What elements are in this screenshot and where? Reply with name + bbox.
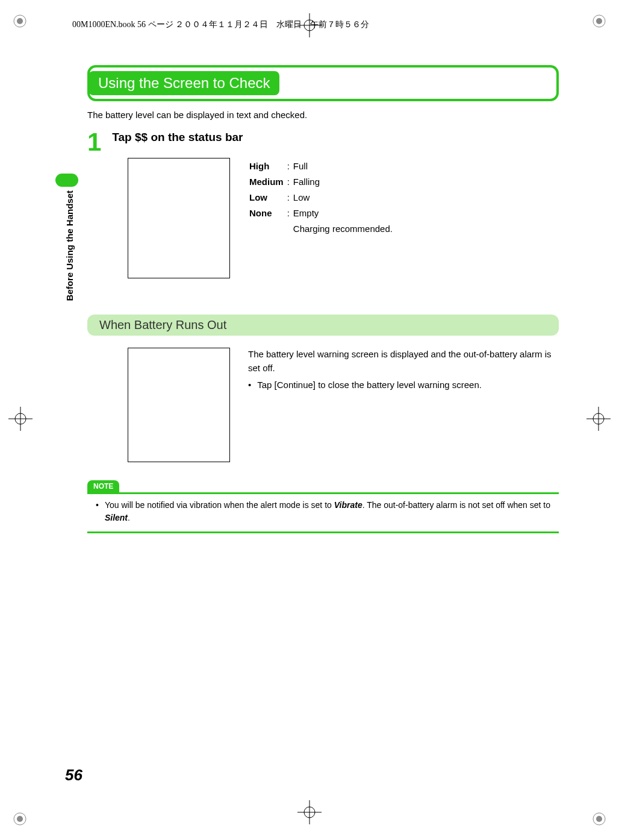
screenshot-legend-row: High:Full Medium:Falling Low:Low None:Em… xyxy=(128,158,559,278)
table-row: Charging recommended. xyxy=(249,222,395,236)
screenshot-paragraph-row: The battery level warning screen is disp… xyxy=(128,348,559,462)
section-tab-marker xyxy=(55,174,78,187)
print-header: 00M1000EN.book 56 ページ ２００４年１１月２４日 水曜日 午前… xyxy=(72,19,369,30)
registration-mark-icon xyxy=(586,407,611,433)
svg-point-1 xyxy=(17,18,23,24)
crop-mark-icon xyxy=(11,12,29,30)
svg-point-5 xyxy=(17,816,23,822)
page-number: 56 xyxy=(65,766,82,785)
registration-mark-icon xyxy=(8,407,33,433)
registration-mark-icon xyxy=(297,800,322,827)
table-row: High:Full xyxy=(249,159,395,174)
step-row: 1 Tap $$ on the status bar xyxy=(87,131,559,149)
section-side-label: Before Using the Handset xyxy=(64,190,75,301)
step-title: Tap $$ on the status bar xyxy=(112,131,243,144)
note-body: • You will be notified via vibration whe… xyxy=(87,492,559,533)
table-row: None:Empty xyxy=(249,206,395,221)
battery-legend-table: High:Full Medium:Falling Low:Low None:Em… xyxy=(248,158,396,237)
screenshot-placeholder xyxy=(128,158,230,278)
crop-mark-icon xyxy=(11,810,29,828)
table-row: Medium:Falling xyxy=(249,175,395,189)
page-content: Before Using the Handset Using the Scree… xyxy=(60,65,559,792)
main-heading-text: Using the Screen to Check xyxy=(89,71,279,95)
table-row: Low:Low xyxy=(249,190,395,205)
screenshot-placeholder xyxy=(128,348,230,462)
battery-out-text: The battery level warning screen is disp… xyxy=(248,348,559,392)
sub-heading-bar: When Battery Runs Out xyxy=(87,315,559,336)
main-heading-banner: Using the Screen to Check xyxy=(87,65,559,101)
crop-mark-icon xyxy=(590,810,608,828)
svg-point-3 xyxy=(596,18,602,24)
step-number: 1 xyxy=(87,134,101,149)
sub-heading-text: When Battery Runs Out xyxy=(99,318,226,331)
intro-text: The battery level can be displayed in te… xyxy=(87,110,559,120)
svg-point-7 xyxy=(596,816,602,822)
note-label: NOTE xyxy=(87,480,119,492)
crop-mark-icon xyxy=(590,12,608,30)
note-box: NOTE • You will be notified via vibratio… xyxy=(87,480,559,533)
